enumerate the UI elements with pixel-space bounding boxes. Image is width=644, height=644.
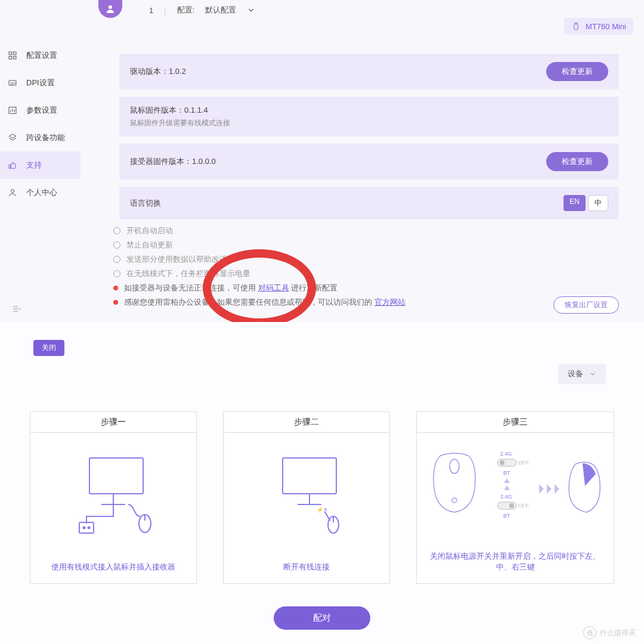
step-card-1: 步骤一 使用有线模式接入鼠标并插入接收器 <box>30 411 197 584</box>
chevron-down-icon[interactable] <box>247 6 255 14</box>
dpi-icon: DPI <box>7 78 18 88</box>
device-name: MT760 Mini <box>586 22 626 31</box>
lang-en-button[interactable]: EN <box>564 195 586 211</box>
svg-point-32 <box>452 498 457 503</box>
divider: | <box>164 6 166 15</box>
mouse-icon <box>571 21 581 31</box>
close-button[interactable]: 关闭 <box>33 340 64 356</box>
svg-text:BT: BT <box>503 513 510 519</box>
svg-rect-20 <box>79 522 94 533</box>
svg-point-22 <box>88 527 90 529</box>
radio-icon[interactable] <box>113 227 120 234</box>
user-icon <box>7 187 18 198</box>
step-title: 步骤二 <box>224 412 389 433</box>
svg-text:⚡✕: ⚡✕ <box>317 506 328 513</box>
grid-icon <box>7 50 18 61</box>
device-tag[interactable]: MT760 Mini <box>564 18 633 35</box>
svg-rect-4 <box>13 52 16 55</box>
watermark-icon: 值 <box>583 626 596 639</box>
config-number: 1 <box>149 6 153 15</box>
sidebar-label: DPI设置 <box>26 78 55 88</box>
svg-rect-17 <box>89 458 143 494</box>
firmware-note: 鼠标固件升级需要有线模式连接 <box>130 118 230 128</box>
radio-icon[interactable] <box>113 270 120 277</box>
firmware-version-row: 鼠标固件版本：0.1.1.4 鼠标固件升级需要有线模式连接 <box>119 97 619 137</box>
main-content: 驱动版本：1.0.2 检查更新 鼠标固件版本：0.1.1.4 鼠标固件升级需要有… <box>119 54 619 227</box>
svg-point-31 <box>450 459 459 473</box>
svg-text:2.4G: 2.4G <box>500 451 512 457</box>
svg-rect-6 <box>13 56 16 59</box>
svg-text:OFF: OFF <box>518 503 529 509</box>
sidebar-label: 配置设置 <box>26 50 57 61</box>
step-caption: 关闭鼠标电源开关并重新开启，之后同时按下左、中、右三键 <box>417 544 614 583</box>
official-site-text: 感谢您使用雷柏办公设备。如果您需要任何信息或帮助，可以访问我们的 官方网站 <box>124 297 405 308</box>
sidebar-label: 跨设备功能 <box>26 132 65 143</box>
option-noupdate[interactable]: 禁止自动更新 <box>126 240 173 250</box>
support-page: 1 | 配置: 默认配置 MT760 Mini 配置设置 DPI DPI设置 参… <box>0 0 644 322</box>
step-title: 步骤一 <box>30 412 196 433</box>
sidebar: 配置设置 DPI DPI设置 参数设置 跨设备功能 支持 个人中心 <box>0 42 80 206</box>
sidebar-item-support[interactable]: 支持 <box>0 151 80 179</box>
step1-illustration-icon <box>30 433 196 555</box>
watermark-text: 什么值得买 <box>600 628 636 638</box>
svg-text:DPI: DPI <box>10 82 16 85</box>
receiver-version-row: 接受器固件版本：1.0.0.0 检查更新 <box>119 144 619 179</box>
radio-icon[interactable] <box>113 242 120 249</box>
config-label: 配置: <box>177 5 195 16</box>
svg-rect-3 <box>9 52 12 55</box>
step-card-3: 步骤三 2.4G OFF BT 2.4G OFF BT <box>416 411 614 584</box>
option-autostart[interactable]: 开机自动启动 <box>126 225 173 236</box>
svg-point-40 <box>509 503 514 508</box>
step-card-2: 步骤二 ⚡✕ 断开有线连接 <box>223 411 390 584</box>
step-caption: 使用有线模式接入鼠标并插入接收器 <box>30 555 196 583</box>
svg-point-21 <box>83 527 85 529</box>
sidebar-label: 个人中心 <box>26 187 57 198</box>
watermark: 值 什么值得买 <box>583 626 636 639</box>
option-senddata[interactable]: 发送部分使用数据以帮助改进 <box>126 254 227 265</box>
chevron-down-icon <box>589 370 596 377</box>
factory-reset-button[interactable]: 恢复出厂设置 <box>553 296 619 314</box>
pairing-modal: 关闭 设备 步骤一 使用有线模式接入鼠标并插入接收器 步骤二 <box>0 322 644 644</box>
options-list: 开机自动启动 禁止自动更新 发送部分使用数据以帮助改进 在无线模式下，任务栏图标… <box>113 225 405 311</box>
svg-text:2.4G: 2.4G <box>500 494 512 500</box>
official-site-link[interactable]: 官方网站 <box>374 298 405 306</box>
sidebar-label: 支持 <box>26 160 42 171</box>
driver-version-row: 驱动版本：1.0.2 检查更新 <box>119 54 619 89</box>
bullet-icon <box>113 286 118 290</box>
config-value[interactable]: 默认配置 <box>205 5 236 16</box>
bullet-icon <box>113 300 118 305</box>
svg-text:OFF: OFF <box>518 460 529 466</box>
svg-text:BT: BT <box>503 470 510 476</box>
sidebar-label: 参数设置 <box>26 105 57 116</box>
option-battery[interactable]: 在无线模式下，任务栏图标显示电量 <box>126 268 250 279</box>
device-dropdown[interactable]: 设备 <box>558 364 606 384</box>
svg-rect-25 <box>283 458 336 494</box>
sidebar-item-profile[interactable]: 个人中心 <box>0 179 80 206</box>
svg-point-0 <box>109 5 112 9</box>
sidebar-item-crossdevice[interactable]: 跨设备功能 <box>0 124 80 151</box>
step2-illustration-icon: ⚡✕ <box>224 433 389 555</box>
sidebar-item-config[interactable]: 配置设置 <box>0 42 80 69</box>
lang-cn-button[interactable]: 中 <box>588 195 608 211</box>
step-title: 步骤三 <box>417 412 614 433</box>
check-update-button[interactable]: 检查更新 <box>546 152 608 171</box>
pair-button[interactable]: 配对 <box>274 606 370 630</box>
layers-icon <box>7 132 18 143</box>
language-row: 语言切换 EN 中 <box>119 187 619 219</box>
sidebar-item-params[interactable]: 参数设置 <box>0 97 80 124</box>
chart-icon <box>7 105 18 116</box>
svg-rect-5 <box>9 56 12 59</box>
pairing-tool-link[interactable]: 对码工具 <box>258 283 289 292</box>
radio-icon[interactable] <box>113 256 120 263</box>
svg-point-35 <box>500 460 504 465</box>
sidebar-item-dpi[interactable]: DPI DPI设置 <box>0 69 80 97</box>
header-bar: 1 | 配置: 默认配置 <box>0 0 644 36</box>
check-update-button[interactable]: 检查更新 <box>546 62 608 81</box>
thumb-icon <box>7 160 18 171</box>
step-caption: 断开有线连接 <box>224 555 389 583</box>
expand-sidebar-icon[interactable] <box>11 304 23 314</box>
language-label: 语言切换 <box>130 198 161 209</box>
pairing-tool-text: 如接受器与设备无法正常连接，可使用 对码工具 进行重新配置 <box>124 283 338 293</box>
step3-illustration-icon: 2.4G OFF BT 2.4G OFF BT <box>417 433 614 544</box>
steps-row: 步骤一 使用有线模式接入鼠标并插入接收器 步骤二 ⚡✕ <box>30 411 614 584</box>
